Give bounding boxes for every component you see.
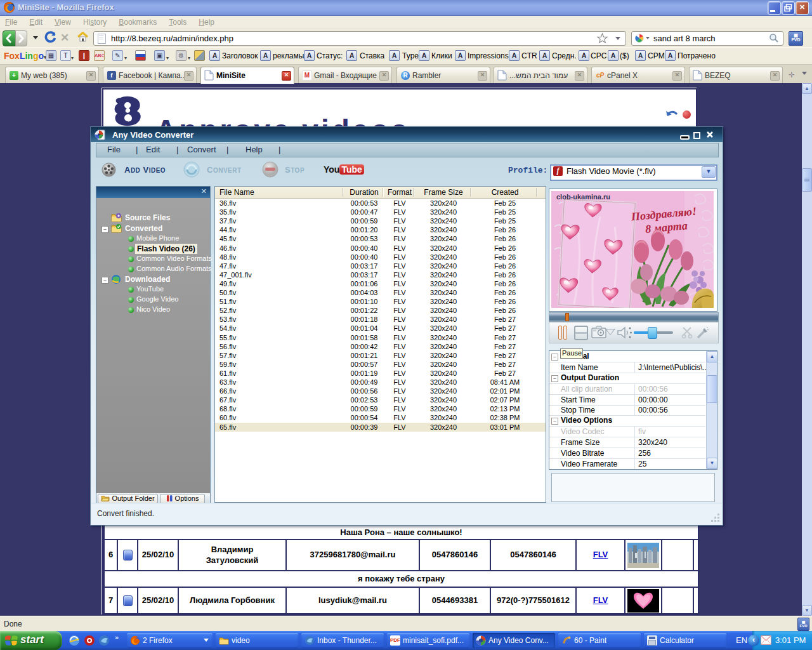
svg-text:clob-ukamina.ru: clob-ukamina.ru (556, 193, 610, 201)
